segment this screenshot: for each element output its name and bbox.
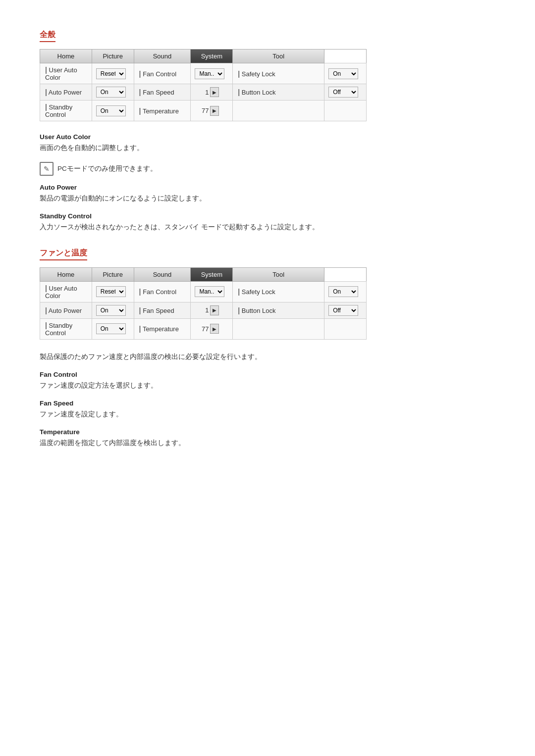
col1-value-r1[interactable]: Reset <box>92 63 134 84</box>
temperature-section: Temperature 温度の範囲を指定して内部温度を検出します。 <box>40 428 495 449</box>
fan-control-desc: ファン速度の設定方法を選択します。 <box>40 380 495 392</box>
table-row: | User Auto Color Reset | Fan Control <box>40 281 367 302</box>
standby-control-title: Standby Control <box>40 212 495 220</box>
t2-col2-value-r1[interactable]: Man... <box>191 281 233 302</box>
pc-mode-note: ✎ PCモードでのみ使用できます。 <box>40 162 495 176</box>
t2-col1-label-r2: | Auto Power <box>40 302 92 318</box>
col1-value-r2[interactable]: On <box>92 84 134 101</box>
table-row: | Auto Power On | Fan Speed 1 <box>40 302 367 318</box>
t2-col2-value-r2[interactable]: 1 ▶ <box>191 302 233 318</box>
t2-col1-label-r1: | User Auto Color <box>40 281 92 302</box>
t2-col2-value-r3[interactable]: 77 ▶ <box>191 318 233 339</box>
t2-user-auto-color-select[interactable]: Reset <box>96 286 126 297</box>
user-auto-color-desc1: 画面の色を自動的に調整します。 <box>40 143 495 154</box>
standby-control-section: Standby Control 入力ソースが検出されなかったときは、スタンバイ … <box>40 212 495 233</box>
t2-fan-speed-arrow[interactable]: ▶ <box>210 305 219 315</box>
button-lock-select[interactable]: Off <box>328 87 358 98</box>
safety-lock-select[interactable]: On <box>328 68 358 79</box>
col3-label-r1: | Safety Lock <box>233 63 324 84</box>
tab2-picture[interactable]: Picture <box>92 267 134 281</box>
col3-label-r2: | Button Lock <box>233 84 324 101</box>
col2-value-r1[interactable]: Man... <box>191 63 233 84</box>
col2-value-r2[interactable]: 1 ▶ <box>191 84 233 101</box>
fan-control-select[interactable]: Man... <box>195 68 224 79</box>
col1-value-r3[interactable]: On <box>92 101 134 121</box>
user-auto-color-section: User Auto Color 画面の色を自動的に調整します。 ✎ PCモードで… <box>40 133 495 176</box>
tab2-home[interactable]: Home <box>40 267 92 281</box>
fan-speed-arrow[interactable]: ▶ <box>210 87 219 97</box>
section-fan-temp: ファンと温度 Home Picture Sound System Tool | … <box>40 248 495 449</box>
table-row: | Standby Control On | Temperature <box>40 318 367 339</box>
section-fan-title: ファンと温度 <box>40 248 87 260</box>
fan-speed-desc: ファン速度を設定します。 <box>40 409 495 420</box>
t2-col2-label-r2: | Fan Speed <box>134 302 191 318</box>
col2-label-r2: | Fan Speed <box>134 84 191 101</box>
col1-label-r3: | Standby Control <box>40 101 92 121</box>
t2-col3-value-r3 <box>324 318 367 339</box>
t2-col3-label-r3 <box>233 318 324 339</box>
t2-col1-value-r3[interactable]: On <box>92 318 134 339</box>
t2-button-lock-select[interactable]: Off <box>328 305 358 316</box>
tab-home[interactable]: Home <box>40 50 92 63</box>
col1-label-r2: | Auto Power <box>40 84 92 101</box>
col1-label-r1: | User Auto Color <box>40 63 92 84</box>
user-auto-color-title: User Auto Color <box>40 133 495 141</box>
temperature-arrow[interactable]: ▶ <box>210 106 219 116</box>
table-row: | Standby Control On | Temperature <box>40 101 367 121</box>
t2-col2-label-r1: | Fan Control <box>134 281 191 302</box>
pc-note-text: PCモードでのみ使用できます。 <box>57 164 157 173</box>
fan-control-title: Fan Control <box>40 371 495 378</box>
t2-standby-control-select[interactable]: On <box>96 323 126 334</box>
user-auto-color-select[interactable]: Reset <box>96 68 126 79</box>
tab-picture[interactable]: Picture <box>92 50 134 63</box>
t2-safety-lock-select[interactable]: On <box>328 286 358 297</box>
section-general: 全般 Home Picture Sound System Tool | User… <box>40 30 495 233</box>
col3-value-r3 <box>324 101 367 121</box>
fan-speed-section: Fan Speed ファン速度を設定します。 <box>40 400 495 420</box>
t2-auto-power-select[interactable]: On <box>96 305 126 316</box>
section-general-title: 全般 <box>40 30 55 42</box>
table-row: | Auto Power On | Fan Speed 1 <box>40 84 367 101</box>
t2-col1-value-r1[interactable]: Reset <box>92 281 134 302</box>
t2-fan-control-select[interactable]: Man... <box>195 286 224 297</box>
tab2-sound[interactable]: Sound <box>134 267 191 281</box>
t2-col3-label-r2: | Button Lock <box>233 302 324 318</box>
fan-control-section: Fan Control ファン速度の設定方法を選択します。 <box>40 371 495 392</box>
t2-col3-value-r1[interactable]: On <box>324 281 367 302</box>
t2-col2-label-r3: | Temperature <box>134 318 191 339</box>
tab-system[interactable]: System <box>191 50 233 63</box>
menu-table-fan: Home Picture Sound System Tool | User Au… <box>40 267 367 340</box>
t2-col3-value-r2[interactable]: Off <box>324 302 367 318</box>
tab-tool[interactable]: Tool <box>233 50 324 63</box>
t2-temperature-arrow[interactable]: ▶ <box>210 324 219 334</box>
auto-power-select[interactable]: On <box>96 87 126 98</box>
tab2-system[interactable]: System <box>191 267 233 281</box>
menu-table-general: Home Picture Sound System Tool | User Au… <box>40 49 367 121</box>
standby-control-select[interactable]: On <box>96 105 126 116</box>
auto-power-desc: 製品の電源が自動的にオンになるように設定します。 <box>40 193 495 204</box>
col2-value-r3[interactable]: 77 ▶ <box>191 101 233 121</box>
temperature-title: Temperature <box>40 428 495 436</box>
col2-label-r1: | Fan Control <box>134 63 191 84</box>
col3-value-r1[interactable]: On <box>324 63 367 84</box>
col3-label-r3 <box>233 101 324 121</box>
pc-icon: ✎ <box>40 162 54 176</box>
t2-col3-label-r1: | Safety Lock <box>233 281 324 302</box>
col2-label-r3: | Temperature <box>134 101 191 121</box>
auto-power-title: Auto Power <box>40 184 495 191</box>
t2-col1-label-r3: | Standby Control <box>40 318 92 339</box>
table-row: | User Auto Color Reset | Fan Control <box>40 63 367 84</box>
col3-value-r2[interactable]: Off <box>324 84 367 101</box>
fan-speed-title: Fan Speed <box>40 400 495 407</box>
tab2-tool[interactable]: Tool <box>233 267 324 281</box>
standby-control-desc: 入力ソースが検出されなかったときは、スタンバイ モードで起動するように設定します… <box>40 222 495 233</box>
tab-sound[interactable]: Sound <box>134 50 191 63</box>
temperature-desc: 温度の範囲を指定して内部温度を検出します。 <box>40 438 495 449</box>
auto-power-section: Auto Power 製品の電源が自動的にオンになるように設定します。 <box>40 184 495 204</box>
t2-col1-value-r2[interactable]: On <box>92 302 134 318</box>
fan-intro-desc: 製品保護のためファン速度と内部温度の検出に必要な設定を行います。 <box>40 352 495 363</box>
